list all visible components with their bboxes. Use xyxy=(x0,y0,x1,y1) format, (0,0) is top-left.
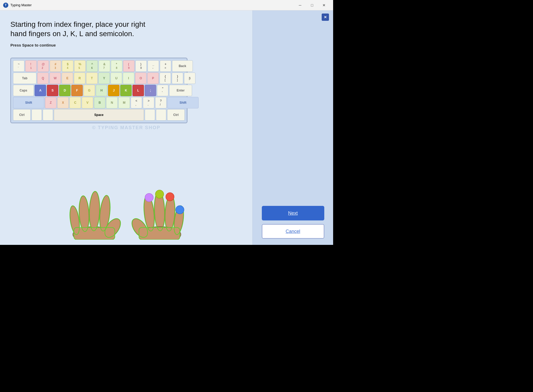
hands-svg xyxy=(53,180,199,240)
maximize-button[interactable]: □ xyxy=(306,1,318,9)
key-2: @2 xyxy=(37,60,49,72)
key-d: D xyxy=(59,85,71,96)
dot-l xyxy=(166,193,174,201)
key-r: R xyxy=(74,73,85,84)
key-k: K xyxy=(120,85,132,96)
key-n: N xyxy=(106,97,118,108)
key-a: A xyxy=(35,85,46,96)
close-x-button[interactable]: ✕ xyxy=(322,14,329,21)
key-row-shift: Shift Z X C V B N M <, >. ?/ Shift xyxy=(13,97,185,108)
cancel-button[interactable]: Cancel xyxy=(262,224,324,239)
key-win-l xyxy=(31,109,42,121)
key-equals: += xyxy=(160,60,171,72)
svg-rect-19 xyxy=(139,228,180,240)
key-8: *8 xyxy=(111,60,122,72)
right-panel: ✕ Next Cancel xyxy=(252,10,333,245)
key-lbracket: {[ xyxy=(160,73,171,84)
key-h: H xyxy=(96,85,107,96)
key-l: L xyxy=(132,85,144,96)
left-hand xyxy=(68,191,124,240)
key-7: &7 xyxy=(99,60,110,72)
key-f: F xyxy=(71,85,83,96)
key-row-home: Caps A S D F G H J K L ; "' Enter xyxy=(13,85,185,96)
right-hand xyxy=(129,190,185,240)
key-p: P xyxy=(147,73,159,84)
key-tilde: ~` xyxy=(13,60,24,72)
dot-k xyxy=(155,190,164,198)
key-enter: Enter xyxy=(169,85,192,96)
key-0: )0 xyxy=(135,60,147,72)
app-body: Starting from index finger, place your r… xyxy=(0,10,333,245)
key-v: V xyxy=(82,97,93,108)
key-rctrl: Ctrl xyxy=(167,109,185,121)
key-1: !1 xyxy=(25,60,37,72)
key-period: >. xyxy=(143,97,154,108)
window-controls: ─ □ ✕ xyxy=(294,1,330,9)
key-m: M xyxy=(118,97,130,108)
app-icon: T xyxy=(3,3,8,8)
minimize-button[interactable]: ─ xyxy=(294,1,306,9)
key-backslash: |\ xyxy=(184,73,195,84)
instruction-main: Starting from index finger, place your r… xyxy=(10,20,161,39)
key-3: #3 xyxy=(50,60,61,72)
key-rbracket: }] xyxy=(172,73,183,84)
dot-j xyxy=(145,193,153,202)
key-quote: "' xyxy=(157,85,168,96)
key-caps: Caps xyxy=(13,85,34,96)
dot-semicolon xyxy=(176,206,184,214)
key-rshift: Shift xyxy=(167,97,199,108)
key-row-bottom: Ctrl Space Ctrl xyxy=(13,109,185,121)
key-x: X xyxy=(57,97,69,108)
key-row-qwerty: Tab Q W E R T Y U I O P {[ }] |\ xyxy=(13,73,185,84)
key-o: O xyxy=(135,73,147,84)
close-button[interactable]: ✕ xyxy=(318,1,330,9)
key-6: ^6 xyxy=(86,60,98,72)
key-lshift: Shift xyxy=(13,97,44,108)
title-bar: T Typing Master ─ □ ✕ xyxy=(0,0,333,10)
key-alt-l xyxy=(43,109,53,121)
key-minus: _- xyxy=(148,60,159,72)
keyboard: ~` !1 @2 #3 $4 %5 ^6 &7 *8 (9 )0 _- += B… xyxy=(10,58,187,123)
app-title: Typing Master xyxy=(10,3,294,7)
key-w: W xyxy=(49,73,61,84)
key-space: Space xyxy=(54,109,144,121)
key-row-numbers: ~` !1 @2 #3 $4 %5 ^6 &7 *8 (9 )0 _- += B… xyxy=(13,60,185,72)
key-4: $4 xyxy=(62,60,73,72)
key-alt-r xyxy=(145,109,155,121)
key-5: %5 xyxy=(74,60,86,72)
key-slash: ?/ xyxy=(155,97,167,108)
key-comma: <, xyxy=(131,97,142,108)
key-s: S xyxy=(47,85,58,96)
key-tab: Tab xyxy=(13,73,36,84)
key-b: B xyxy=(94,97,105,108)
key-e: E xyxy=(62,73,73,84)
key-u: U xyxy=(111,73,122,84)
key-i: I xyxy=(123,73,134,84)
next-button[interactable]: Next xyxy=(262,206,324,220)
key-backspace: Back xyxy=(172,60,193,72)
key-semicolon: ; xyxy=(145,85,156,96)
key-t: T xyxy=(86,73,98,84)
key-g: G xyxy=(84,85,95,96)
left-panel: Starting from index finger, place your r… xyxy=(0,10,252,245)
key-lctrl: Ctrl xyxy=(13,109,31,121)
key-win-r xyxy=(156,109,166,121)
key-9: (9 xyxy=(123,60,135,72)
keyboard-container: ~` !1 @2 #3 $4 %5 ^6 &7 *8 (9 )0 _- += B… xyxy=(10,58,187,123)
key-y: Y xyxy=(98,73,110,84)
instruction-sub: Press Space to continue xyxy=(10,43,242,47)
key-j: J xyxy=(108,85,119,96)
key-c: C xyxy=(69,97,81,108)
key-z: Z xyxy=(45,97,56,108)
hands-area xyxy=(10,126,242,240)
svg-rect-6 xyxy=(74,228,115,240)
key-q: Q xyxy=(37,73,49,84)
